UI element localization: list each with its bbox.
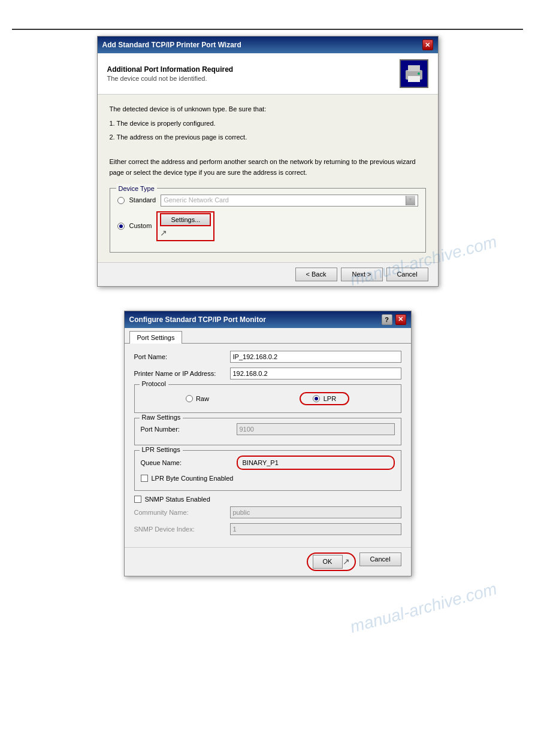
raw-option: Raw [186, 395, 209, 402]
dialog2-footer: OK ↗ Cancel [125, 547, 411, 576]
snmp-row: SNMP Status Enabled [134, 496, 401, 503]
community-name-label: Community Name: [134, 509, 230, 516]
tab-port-settings[interactable]: Port Settings [129, 331, 183, 344]
raw-radio[interactable] [186, 395, 193, 402]
port-number-input [237, 423, 395, 435]
queue-name-label: Queue Name: [141, 459, 237, 466]
dialog2-titlebar-buttons: ? ✕ [382, 314, 406, 325]
custom-radio[interactable] [117, 223, 125, 230]
ok-oval: OK ↗ [307, 552, 356, 571]
custom-label: Custom [129, 221, 152, 232]
body-line4: Either correct the address and perform a… [110, 157, 426, 178]
dialog2-cancel-button[interactable]: Cancel [359, 552, 401, 566]
standard-dropdown[interactable]: Generic Network Card ▼ [161, 195, 418, 207]
dialog1-body: The detected device is of unknown type. … [98, 95, 438, 262]
port-name-input[interactable] [230, 351, 401, 363]
protocol-legend: Protocol [140, 380, 168, 387]
queue-input-wrapper [237, 456, 395, 470]
cursor-indicator: ↗ [160, 228, 167, 238]
printer-ip-row: Printer Name or IP Address: [134, 368, 401, 379]
body-line2: 1. The device is properly configured. [110, 119, 426, 129]
tab-bar: Port Settings [125, 328, 411, 344]
lpr-settings-legend: LPR Settings [140, 446, 183, 453]
custom-row: Custom Settings... ↗ [117, 211, 418, 241]
dialog1-header: Additional Port Information Required The… [98, 53, 438, 95]
settings-btn-wrapper: Settings... ↗ [156, 211, 214, 241]
ok-cursor: ↗ [343, 557, 350, 566]
printer-icon-svg [403, 63, 425, 84]
byte-counting-row: LPR Byte Counting Enabled [141, 475, 395, 482]
snmp-device-index-label: SNMP Device Index: [134, 526, 230, 533]
svg-rect-1 [408, 65, 420, 71]
dialog2-title: Configure Standard TCP/IP Port Monitor [129, 315, 266, 324]
svg-rect-2 [408, 76, 420, 82]
queue-name-row: Queue Name: [141, 456, 395, 470]
printer-ip-label: Printer Name or IP Address: [134, 370, 230, 377]
byte-counting-checkbox[interactable] [141, 475, 148, 482]
dropdown-arrow[interactable]: ▼ [406, 196, 415, 205]
port-name-row: Port Name: [134, 351, 401, 363]
snmp-checkbox[interactable] [134, 496, 141, 503]
ok-button[interactable]: OK [313, 555, 343, 569]
dialog1-footer: < Back Next > Cancel [98, 262, 438, 286]
dialog2-close-button[interactable]: ✕ [395, 314, 406, 325]
printer-ip-input[interactable] [230, 368, 401, 379]
cancel-button[interactable]: Cancel [386, 268, 428, 281]
port-number-row: Port Number: [141, 423, 395, 435]
port-name-label: Port Name: [134, 353, 230, 360]
next-button[interactable]: Next > [341, 268, 383, 281]
lpr-label: LPR [324, 395, 336, 402]
queue-oval [237, 456, 395, 470]
raw-label: Raw [196, 395, 209, 402]
community-name-input [230, 506, 401, 518]
snmp-device-index-row: SNMP Device Index: [134, 523, 401, 535]
queue-name-input[interactable] [240, 457, 391, 469]
lpr-radio[interactable] [313, 395, 320, 402]
port-number-label: Port Number: [141, 426, 237, 433]
dialog1-heading: Additional Port Information Required [107, 65, 234, 74]
printer-icon [400, 59, 428, 88]
standard-label: Standard [129, 195, 156, 206]
snmp-label: SNMP Status Enabled [145, 496, 210, 503]
device-type-group: Device Type Standard Generic Network Car… [110, 188, 426, 253]
raw-settings-legend: Raw Settings [140, 414, 183, 421]
dialog2-body: Port Name: Printer Name or IP Address: P… [125, 344, 411, 547]
watermark-2: manual-archive.com [348, 579, 499, 637]
device-type-legend: Device Type [116, 184, 157, 195]
svg-point-3 [418, 72, 420, 75]
byte-counting-label: LPR Byte Counting Enabled [152, 475, 234, 482]
help-button[interactable]: ? [382, 314, 392, 325]
standard-dropdown-value: Generic Network Card [164, 195, 229, 206]
snmp-device-index-input [230, 523, 401, 535]
standard-radio[interactable] [117, 197, 125, 204]
dialog1-header-text: Additional Port Information Required The… [107, 65, 234, 82]
lpr-option: LPR [300, 392, 349, 405]
dialog1-subtext: The device could not be identified. [107, 75, 234, 82]
community-name-row: Community Name: [134, 506, 401, 518]
body-line3: 2. The address on the previous page is c… [110, 132, 426, 143]
dialog2-titlebar: Configure Standard TCP/IP Port Monitor ?… [125, 311, 411, 328]
close-button[interactable]: ✕ [422, 40, 433, 50]
protocol-group: Protocol Raw LPR [134, 384, 401, 413]
dialog1-title: Add Standard TCP/IP Printer Port Wizard [102, 41, 241, 49]
titlebar-buttons: ✕ [422, 40, 433, 50]
dialog1-titlebar: Add Standard TCP/IP Printer Port Wizard … [98, 37, 438, 53]
raw-settings-group: Raw Settings Port Number: [134, 418, 401, 445]
dialog-wizard: Add Standard TCP/IP Printer Port Wizard … [97, 36, 439, 287]
page-container: manual-archive.com manual-archive.com Ad… [0, 0, 535, 756]
dialog-configure: Configure Standard TCP/IP Port Monitor ?… [124, 311, 412, 576]
top-rule [12, 29, 523, 30]
protocol-row: Raw LPR [141, 390, 395, 408]
standard-row: Standard Generic Network Card ▼ [117, 195, 418, 207]
body-line1: The detected device is of unknown type. … [110, 104, 426, 115]
settings-button[interactable]: Settings... [160, 213, 211, 226]
lpr-settings-group: LPR Settings Queue Name: LPR Byte Counti… [134, 450, 401, 491]
back-button[interactable]: < Back [295, 268, 337, 281]
